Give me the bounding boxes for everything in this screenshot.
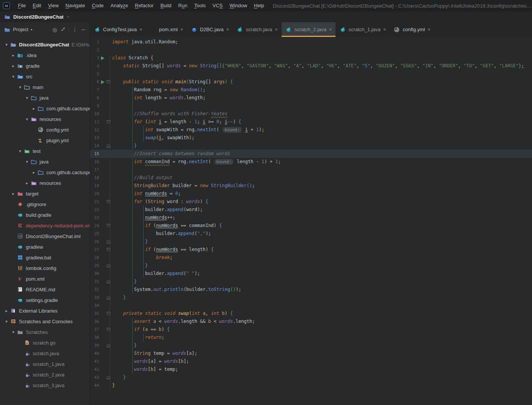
code-line-37[interactable]: 37 if (a == b) { — [90, 326, 532, 334]
fold-end-icon[interactable] — [106, 343, 111, 348]
tree-item-settings-gradle[interactable]: settings.gradle — [0, 295, 90, 305]
tab-pom-xml[interactable]: pom.xml× — [146, 22, 187, 37]
code-line-22[interactable]: 22 builder.append(word); — [90, 206, 532, 214]
code-line-43[interactable]: 43 } — [90, 373, 532, 381]
code-line-44[interactable]: 44} — [90, 381, 532, 389]
tab-scratch_1-java[interactable]: scratch_1.java× — [336, 22, 390, 37]
chevron-expanded-icon[interactable]: ▾ — [3, 42, 10, 47]
tree-item-discord2bungeechat[interactable]: ▾Discord2BungeeChatE:\GitHub\Disc — [0, 39, 90, 50]
chevron-down-icon[interactable]: ▾ — [30, 28, 32, 32]
tree-item-target[interactable]: ▸target — [0, 188, 90, 199]
tree-item-test[interactable]: ▾test — [0, 146, 90, 156]
tree-item-gradle[interactable]: ▸gradle — [0, 60, 90, 71]
code-line-10[interactable]: 10 //Shuffle words with Fisher-Yeates — [90, 110, 532, 118]
tab-D2BC-java[interactable]: D2BC.java× — [187, 22, 233, 37]
chevron-expanded-icon[interactable]: ▾ — [3, 319, 10, 324]
code-line-27[interactable]: 27 if (numWords == length) { — [90, 246, 532, 254]
code-line-18[interactable]: 18 //Build output — [90, 174, 532, 182]
code-line-31[interactable]: 31 } — [90, 278, 532, 286]
menu-item-analyze[interactable]: Analyze — [107, 0, 131, 11]
code-line-14[interactable]: 14 } — [90, 142, 532, 150]
code-line-28[interactable]: 28 break; — [90, 254, 532, 262]
code-line-1[interactable]: 1import java.util.Random; — [90, 38, 532, 46]
menu-item-run[interactable]: Run — [175, 0, 191, 11]
locate-icon[interactable]: ◎ — [51, 27, 59, 33]
tab-close-icon[interactable]: × — [275, 27, 278, 32]
code-line-4[interactable]: 4 static String[] words = new String[]{"… — [90, 62, 532, 70]
code-line-15[interactable]: 15 //Insert comma between random words — [90, 150, 532, 158]
tree-item-scratch-3-java[interactable]: scratch_3.java — [0, 380, 90, 391]
tree-item-main[interactable]: ▾main — [0, 82, 90, 92]
menu-item-vcs[interactable]: VCS — [209, 0, 226, 11]
code-line-12[interactable]: 12 int swapWith = rng.nextInt( bound: i … — [90, 126, 532, 134]
code-line-11[interactable]: 11 for (int i = length - 1; i >= 0; i--)… — [90, 118, 532, 126]
menu-item-build[interactable]: Build — [157, 0, 175, 11]
code-line-19[interactable]: 19 StringBuilder builder = new StringBui… — [90, 182, 532, 190]
code-line-33[interactable]: 33 } — [90, 294, 532, 302]
chevron-collapsed-icon[interactable]: ▸ — [3, 308, 10, 313]
code-line-21[interactable]: 21 for (String word : words) { — [90, 198, 532, 206]
chevron-expanded-icon[interactable]: ▾ — [24, 159, 30, 164]
chevron-collapsed-icon[interactable]: ▸ — [24, 181, 30, 186]
code-line-41[interactable]: 41 words[a] = words[b]; — [90, 357, 532, 365]
menu-item-window[interactable]: Window — [226, 0, 250, 11]
tree-item-config-yml[interactable]: config.yml — [0, 124, 90, 135]
tab-close-icon[interactable]: × — [428, 27, 431, 32]
tree-item-gradlew-bat[interactable]: gradlew.bat — [0, 252, 90, 263]
fold-end-icon[interactable] — [106, 375, 111, 380]
code-line-36[interactable]: 36 assert a < words.length && b < words.… — [90, 318, 532, 326]
tree-item-scratches[interactable]: ▾Scratches — [0, 327, 90, 337]
tree-item-pom-xml[interactable]: Vpom.xml — [0, 273, 90, 284]
chevron-expanded-icon[interactable]: ▾ — [10, 74, 17, 79]
tab-close-icon[interactable]: × — [226, 27, 229, 32]
run-icon[interactable] — [101, 80, 104, 84]
code-editor[interactable]: 1import java.util.Random;23class Scratch… — [90, 37, 532, 405]
tree-item-gradlew[interactable]: gradlew — [0, 241, 90, 252]
tree-item-java[interactable]: ▾java — [0, 156, 90, 167]
fold-collapse-icon[interactable] — [106, 311, 111, 316]
tree-item-java[interactable]: ▾java — [0, 92, 90, 103]
tree-item--gitignore[interactable]: .gitignore — [0, 199, 90, 210]
code-line-9[interactable]: 9 — [90, 102, 532, 110]
code-line-8[interactable]: 8 int length = words.length; — [90, 94, 532, 102]
tree-item--idea[interactable]: ▸.idea — [0, 50, 90, 60]
fold-end-icon[interactable] — [106, 240, 111, 244]
code-line-34[interactable]: 34 — [90, 302, 532, 310]
chevron-collapsed-icon[interactable]: ▸ — [30, 170, 37, 175]
code-line-39[interactable]: 39 } — [90, 341, 532, 349]
code-line-40[interactable]: 40 String temp = words[a]; — [90, 349, 532, 357]
code-line-23[interactable]: 23 numWords++; — [90, 214, 532, 222]
tree-item-scratch-1-java[interactable]: scratch_1.java — [0, 359, 90, 369]
fold-collapse-icon[interactable] — [106, 327, 111, 332]
more-options-icon[interactable]: ⋮ — [71, 27, 79, 33]
menu-item-file[interactable]: File — [14, 0, 29, 11]
chevron-expanded-icon[interactable]: ▾ — [17, 149, 24, 154]
tree-item-resources[interactable]: ▸resources — [0, 178, 90, 188]
tree-item-src[interactable]: ▾</>src — [0, 71, 90, 82]
chevron-expanded-icon[interactable]: ▾ — [10, 330, 17, 335]
code-line-16[interactable]: 16 int commanInd = rng.nextInt( bound: l… — [90, 158, 532, 166]
fold-collapse-icon[interactable] — [106, 224, 111, 228]
chevron-collapsed-icon[interactable]: ▸ — [10, 64, 17, 68]
fold-end-icon[interactable] — [106, 280, 111, 284]
tree-item-external-libraries[interactable]: ▸External Libraries — [0, 305, 90, 316]
code-line-24[interactable]: 24 if (numWords == commanInd) { — [90, 222, 532, 230]
tab-scratch_2-java[interactable]: scratch_2.java× — [282, 22, 336, 37]
tree-item-scratch-2-java[interactable]: scratch_2.java — [0, 369, 90, 380]
chevron-collapsed-icon[interactable]: ▸ — [10, 191, 17, 196]
code-line-17[interactable]: 17 — [90, 166, 532, 174]
code-line-38[interactable]: 38 return; — [90, 334, 532, 341]
menu-item-code[interactable]: Code — [89, 0, 107, 11]
tree-item-scratch-java[interactable]: scratch.java — [0, 348, 90, 359]
code-line-3[interactable]: 3class Scratch { — [90, 54, 532, 62]
menu-item-help[interactable]: Help — [250, 0, 268, 11]
code-line-30[interactable]: 30 builder.append(" "); — [90, 270, 532, 278]
chevron-collapsed-icon[interactable]: ▸ — [30, 106, 37, 111]
menu-item-refactor[interactable]: Refactor — [131, 0, 157, 11]
code-line-13[interactable]: 13 swap(i, swapWith); — [90, 134, 532, 142]
code-line-26[interactable]: 26 } — [90, 238, 532, 246]
code-line-42[interactable]: 42 words[b] = temp; — [90, 365, 532, 373]
code-line-7[interactable]: 7 Random rng = new Random(); — [90, 86, 532, 94]
tree-item-lombok-config[interactable]: lombok.config — [0, 263, 90, 273]
chevron-expanded-icon[interactable]: ▾ — [17, 85, 24, 90]
